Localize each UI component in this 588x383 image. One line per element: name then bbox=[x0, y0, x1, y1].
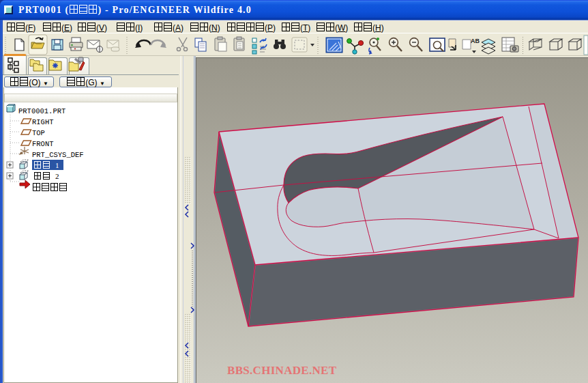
svg-text:AB: AB bbox=[471, 38, 480, 44]
svg-text:RIGHT: RIGHT bbox=[32, 118, 54, 126]
svg-text:TOP: TOP bbox=[32, 129, 45, 137]
svg-text:1: 1 bbox=[55, 161, 59, 169]
svg-text:FRONT: FRONT bbox=[32, 140, 54, 148]
svg-text:PRT_CSYS_DEF: PRT_CSYS_DEF bbox=[32, 151, 84, 159]
svg-text:2: 2 bbox=[55, 172, 59, 180]
svg-text:PRT0001.PRT: PRT0001.PRT bbox=[18, 107, 65, 115]
